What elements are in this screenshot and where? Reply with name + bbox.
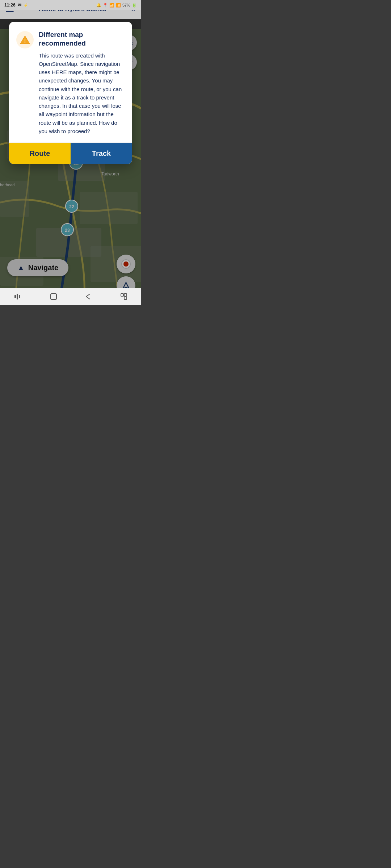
warning-icon-container: ! (16, 31, 34, 48)
status-bar-right: 🔔 📍 📶 📶 57% 🔋 (96, 3, 137, 8)
modal-buttons: Route Track (9, 142, 132, 164)
modal-description: This route was created with OpenStreetMa… (39, 51, 125, 136)
svg-rect-42 (124, 294, 127, 296)
nav-home-gesture[interactable] (42, 290, 65, 303)
wifi-icon: 📶 (109, 3, 114, 8)
battery-percent: 57% (122, 3, 130, 7)
bell-icon: 🔔 (96, 3, 101, 8)
modal-content: Different map recommended This route was… (39, 30, 125, 135)
modal-overlay: ! Different map recommended This route w… (0, 0, 141, 305)
svg-rect-37 (14, 295, 16, 298)
svg-rect-40 (51, 294, 56, 299)
status-bar-left: 11:26 ✉ ⚡ (4, 3, 28, 8)
modal-body: ! Different map recommended This route w… (9, 22, 132, 142)
svg-rect-39 (19, 295, 20, 298)
battery-icon: 🔋 (132, 3, 137, 8)
time: 11:26 (4, 3, 16, 8)
usb-icon: ⚡ (24, 3, 28, 7)
svg-rect-43 (124, 297, 127, 299)
nav-recents-gesture[interactable] (77, 290, 100, 303)
nav-back-gesture[interactable] (7, 289, 30, 304)
svg-rect-38 (17, 294, 18, 299)
status-bar: 11:26 ✉ ⚡ 🔔 📍 📶 📶 57% 🔋 (0, 0, 141, 10)
email-icon: ✉ (18, 3, 21, 8)
svg-text:!: ! (24, 38, 26, 44)
bottom-nav (0, 288, 141, 305)
nav-app-icon[interactable] (113, 290, 135, 303)
modal-dialog: ! Different map recommended This route w… (9, 22, 132, 164)
svg-rect-41 (121, 294, 123, 296)
modal-title: Different map recommended (39, 30, 125, 48)
route-button[interactable]: Route (9, 143, 71, 164)
signal-icon: 📶 (116, 3, 121, 8)
location-icon: 📍 (103, 3, 108, 8)
track-button[interactable]: Track (71, 143, 132, 164)
